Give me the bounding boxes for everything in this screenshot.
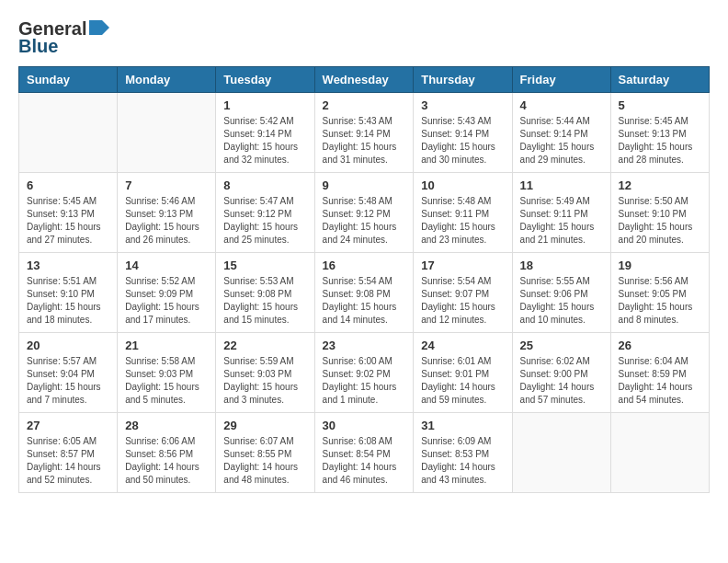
logo-blue: Blue [18, 36, 58, 57]
day-number: 3 [421, 98, 504, 112]
calendar-cell: 7Sunrise: 5:46 AM Sunset: 9:13 PM Daylig… [118, 173, 216, 253]
calendar-cell: 12Sunrise: 5:50 AM Sunset: 9:10 PM Dayli… [610, 173, 709, 253]
calendar-week-row: 6Sunrise: 5:45 AM Sunset: 9:13 PM Daylig… [19, 173, 710, 253]
day-number: 11 [520, 178, 603, 192]
calendar-cell: 22Sunrise: 5:59 AM Sunset: 9:03 PM Dayli… [216, 333, 314, 413]
day-info: Sunrise: 6:02 AM Sunset: 9:00 PM Dayligh… [520, 355, 603, 407]
day-info: Sunrise: 5:49 AM Sunset: 9:11 PM Dayligh… [520, 195, 603, 247]
day-number: 16 [323, 259, 406, 272]
day-info: Sunrise: 6:09 AM Sunset: 8:53 PM Dayligh… [421, 435, 504, 487]
day-number: 31 [421, 419, 504, 432]
day-number: 1 [223, 98, 306, 112]
calendar-cell: 27Sunrise: 6:05 AM Sunset: 8:57 PM Dayli… [19, 413, 118, 493]
day-number: 9 [323, 178, 406, 192]
calendar-cell [610, 413, 709, 493]
calendar-cell [19, 93, 118, 173]
day-number: 12 [619, 178, 701, 192]
calendar-cell: 21Sunrise: 5:58 AM Sunset: 9:03 PM Dayli… [118, 333, 216, 413]
calendar-cell: 29Sunrise: 6:07 AM Sunset: 8:55 PM Dayli… [216, 413, 314, 493]
day-number: 2 [323, 98, 406, 112]
calendar-cell: 31Sunrise: 6:09 AM Sunset: 8:53 PM Dayli… [414, 413, 512, 493]
day-number: 29 [223, 419, 306, 432]
day-number: 26 [619, 339, 701, 352]
page-header: General Blue [18, 18, 710, 57]
calendar-cell: 13Sunrise: 5:51 AM Sunset: 9:10 PM Dayli… [19, 253, 118, 333]
calendar-cell: 9Sunrise: 5:48 AM Sunset: 9:12 PM Daylig… [314, 173, 414, 253]
day-info: Sunrise: 6:05 AM Sunset: 8:57 PM Dayligh… [27, 435, 109, 487]
day-number: 30 [323, 419, 406, 432]
calendar-table: SundayMondayTuesdayWednesdayThursdayFrid… [18, 66, 710, 493]
calendar-cell: 5Sunrise: 5:45 AM Sunset: 9:13 PM Daylig… [610, 93, 709, 173]
calendar-week-row: 1Sunrise: 5:42 AM Sunset: 9:14 PM Daylig… [19, 93, 710, 173]
day-info: Sunrise: 5:58 AM Sunset: 9:03 PM Dayligh… [125, 355, 208, 407]
day-info: Sunrise: 5:45 AM Sunset: 9:13 PM Dayligh… [619, 115, 701, 167]
calendar-day-header: Monday [118, 67, 216, 93]
day-number: 6 [27, 178, 109, 192]
day-number: 14 [125, 259, 208, 272]
logo-arrow [89, 20, 109, 39]
day-info: Sunrise: 5:55 AM Sunset: 9:06 PM Dayligh… [520, 275, 603, 327]
day-info: Sunrise: 5:48 AM Sunset: 9:11 PM Dayligh… [421, 195, 504, 247]
calendar-cell: 18Sunrise: 5:55 AM Sunset: 9:06 PM Dayli… [512, 253, 610, 333]
calendar-day-header: Thursday [414, 67, 512, 93]
calendar-cell: 19Sunrise: 5:56 AM Sunset: 9:05 PM Dayli… [610, 253, 709, 333]
day-number: 8 [223, 178, 306, 192]
calendar-cell: 4Sunrise: 5:44 AM Sunset: 9:14 PM Daylig… [512, 93, 610, 173]
day-number: 20 [27, 339, 109, 352]
calendar-day-header: Tuesday [216, 67, 314, 93]
calendar-cell: 16Sunrise: 5:54 AM Sunset: 9:08 PM Dayli… [314, 253, 414, 333]
calendar-week-row: 13Sunrise: 5:51 AM Sunset: 9:10 PM Dayli… [19, 253, 710, 333]
day-number: 25 [520, 339, 603, 352]
day-number: 15 [223, 259, 306, 272]
calendar-cell: 2Sunrise: 5:43 AM Sunset: 9:14 PM Daylig… [314, 93, 414, 173]
day-info: Sunrise: 5:57 AM Sunset: 9:04 PM Dayligh… [27, 355, 109, 407]
day-number: 28 [125, 419, 208, 432]
day-info: Sunrise: 6:01 AM Sunset: 9:01 PM Dayligh… [421, 355, 504, 407]
day-info: Sunrise: 6:06 AM Sunset: 8:56 PM Dayligh… [125, 435, 208, 487]
calendar-cell: 1Sunrise: 5:42 AM Sunset: 9:14 PM Daylig… [216, 93, 314, 173]
day-info: Sunrise: 5:45 AM Sunset: 9:13 PM Dayligh… [27, 195, 109, 247]
calendar-week-row: 27Sunrise: 6:05 AM Sunset: 8:57 PM Dayli… [19, 413, 710, 493]
day-number: 23 [323, 339, 406, 352]
day-info: Sunrise: 5:44 AM Sunset: 9:14 PM Dayligh… [520, 115, 603, 167]
day-number: 19 [619, 259, 701, 272]
calendar-week-row: 20Sunrise: 5:57 AM Sunset: 9:04 PM Dayli… [19, 333, 710, 413]
day-number: 22 [223, 339, 306, 352]
day-number: 27 [27, 419, 109, 432]
day-info: Sunrise: 6:04 AM Sunset: 8:59 PM Dayligh… [619, 355, 701, 407]
day-number: 4 [520, 98, 603, 112]
calendar-cell [118, 93, 216, 173]
day-info: Sunrise: 5:54 AM Sunset: 9:08 PM Dayligh… [323, 275, 406, 327]
calendar-cell: 24Sunrise: 6:01 AM Sunset: 9:01 PM Dayli… [414, 333, 512, 413]
calendar-cell: 3Sunrise: 5:43 AM Sunset: 9:14 PM Daylig… [414, 93, 512, 173]
calendar-cell: 26Sunrise: 6:04 AM Sunset: 8:59 PM Dayli… [610, 333, 709, 413]
calendar-cell [512, 413, 610, 493]
day-info: Sunrise: 5:42 AM Sunset: 9:14 PM Dayligh… [223, 115, 306, 167]
day-info: Sunrise: 5:54 AM Sunset: 9:07 PM Dayligh… [421, 275, 504, 327]
calendar-cell: 6Sunrise: 5:45 AM Sunset: 9:13 PM Daylig… [19, 173, 118, 253]
calendar-day-header: Saturday [610, 67, 709, 93]
day-number: 13 [27, 259, 109, 272]
calendar-cell: 14Sunrise: 5:52 AM Sunset: 9:09 PM Dayli… [118, 253, 216, 333]
day-number: 21 [125, 339, 208, 352]
day-info: Sunrise: 6:08 AM Sunset: 8:54 PM Dayligh… [323, 435, 406, 487]
calendar-cell: 10Sunrise: 5:48 AM Sunset: 9:11 PM Dayli… [414, 173, 512, 253]
calendar-cell: 8Sunrise: 5:47 AM Sunset: 9:12 PM Daylig… [216, 173, 314, 253]
calendar-day-header: Wednesday [314, 67, 414, 93]
calendar-day-header: Sunday [19, 67, 118, 93]
day-info: Sunrise: 5:53 AM Sunset: 9:08 PM Dayligh… [223, 275, 306, 327]
calendar-cell: 23Sunrise: 6:00 AM Sunset: 9:02 PM Dayli… [314, 333, 414, 413]
day-number: 5 [619, 98, 701, 112]
day-info: Sunrise: 5:51 AM Sunset: 9:10 PM Dayligh… [27, 275, 109, 327]
day-number: 18 [520, 259, 603, 272]
calendar-cell: 20Sunrise: 5:57 AM Sunset: 9:04 PM Dayli… [19, 333, 118, 413]
svg-marker-0 [89, 20, 109, 35]
day-number: 10 [421, 178, 504, 192]
calendar-cell: 17Sunrise: 5:54 AM Sunset: 9:07 PM Dayli… [414, 253, 512, 333]
calendar-cell: 11Sunrise: 5:49 AM Sunset: 9:11 PM Dayli… [512, 173, 610, 253]
day-info: Sunrise: 5:48 AM Sunset: 9:12 PM Dayligh… [323, 195, 406, 247]
day-info: Sunrise: 5:52 AM Sunset: 9:09 PM Dayligh… [125, 275, 208, 327]
calendar-day-header: Friday [512, 67, 610, 93]
calendar-cell: 15Sunrise: 5:53 AM Sunset: 9:08 PM Dayli… [216, 253, 314, 333]
calendar-cell: 28Sunrise: 6:06 AM Sunset: 8:56 PM Dayli… [118, 413, 216, 493]
